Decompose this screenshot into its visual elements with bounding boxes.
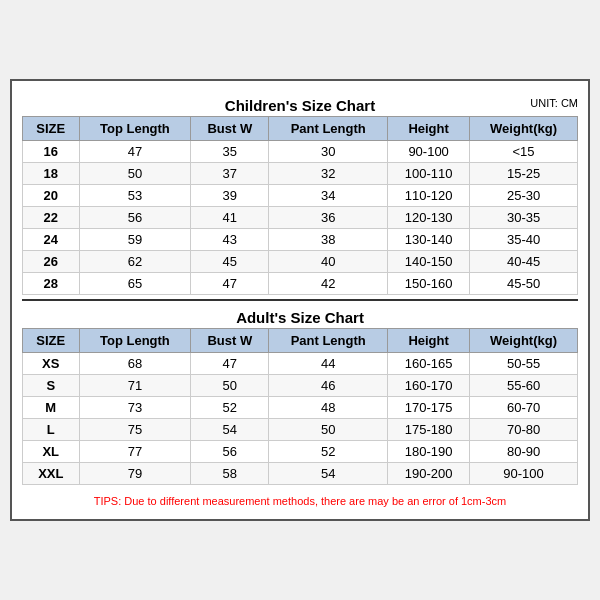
table-cell: 43 [191,229,269,251]
table-cell: 68 [79,353,191,375]
table-cell: 90-100 [470,463,578,485]
adult-size-table: SIZE Top Length Bust W Pant Length Heigh… [22,328,578,485]
table-cell: 140-150 [388,251,470,273]
table-cell: 37 [191,163,269,185]
table-cell: 90-100 [388,141,470,163]
col-header-bust-w: Bust W [191,117,269,141]
table-cell: 53 [79,185,191,207]
table-cell: 50 [269,419,388,441]
table-cell: 58 [191,463,269,485]
table-cell: 110-120 [388,185,470,207]
table-row: 22564136120-13030-35 [23,207,578,229]
adult-col-header-weight: Weight(kg) [470,329,578,353]
table-row: 20533934110-12025-30 [23,185,578,207]
table-row: 28654742150-16045-50 [23,273,578,295]
table-cell: 70-80 [470,419,578,441]
table-cell: 47 [191,273,269,295]
table-cell: <15 [470,141,578,163]
table-cell: 160-165 [388,353,470,375]
table-cell: 48 [269,397,388,419]
table-cell: 47 [191,353,269,375]
adult-col-header-size: SIZE [23,329,80,353]
table-cell: M [23,397,80,419]
table-cell: 32 [269,163,388,185]
table-cell: 35-40 [470,229,578,251]
table-cell: 190-200 [388,463,470,485]
table-cell: 22 [23,207,80,229]
table-cell: 56 [191,441,269,463]
table-row: L755450175-18070-80 [23,419,578,441]
unit-label: UNIT: CM [530,97,578,109]
table-cell: 50 [79,163,191,185]
table-cell: 39 [191,185,269,207]
table-cell: 56 [79,207,191,229]
table-cell: 35 [191,141,269,163]
children-section-title: Children's Size Chart UNIT: CM [22,91,578,116]
table-cell: 180-190 [388,441,470,463]
table-cell: 18 [23,163,80,185]
table-cell: XXL [23,463,80,485]
table-cell: 65 [79,273,191,295]
table-cell: 45 [191,251,269,273]
table-cell: 15-25 [470,163,578,185]
table-cell: 52 [269,441,388,463]
table-cell: L [23,419,80,441]
table-cell: 44 [269,353,388,375]
table-cell: 45-50 [470,273,578,295]
table-cell: 34 [269,185,388,207]
col-header-height: Height [388,117,470,141]
adult-col-header-height: Height [388,329,470,353]
table-cell: 28 [23,273,80,295]
table-cell: 52 [191,397,269,419]
table-cell: 55-60 [470,375,578,397]
table-cell: 47 [79,141,191,163]
adult-table-body: XS684744160-16550-55S715046160-17055-60M… [23,353,578,485]
table-cell: 160-170 [388,375,470,397]
table-row: 18503732100-11015-25 [23,163,578,185]
table-cell: 170-175 [388,397,470,419]
tips-text: TIPS: Due to different measurement metho… [22,489,578,509]
table-cell: 50 [191,375,269,397]
table-cell: 42 [269,273,388,295]
children-header-row: SIZE Top Length Bust W Pant Length Heigh… [23,117,578,141]
table-cell: 38 [269,229,388,251]
table-cell: 59 [79,229,191,251]
table-cell: 54 [191,419,269,441]
adult-col-header-bust-w: Bust W [191,329,269,353]
adult-col-header-top-length: Top Length [79,329,191,353]
table-cell: 20 [23,185,80,207]
table-row: 24594338130-14035-40 [23,229,578,251]
table-cell: 71 [79,375,191,397]
table-cell: 73 [79,397,191,419]
table-cell: 77 [79,441,191,463]
table-cell: 130-140 [388,229,470,251]
table-cell: 150-160 [388,273,470,295]
table-cell: 60-70 [470,397,578,419]
col-header-pant-length: Pant Length [269,117,388,141]
table-cell: 40 [269,251,388,273]
children-table-body: 1647353090-100<1518503732100-11015-25205… [23,141,578,295]
table-cell: 41 [191,207,269,229]
table-cell: 50-55 [470,353,578,375]
col-header-top-length: Top Length [79,117,191,141]
table-cell: 36 [269,207,388,229]
adult-section-title: Adult's Size Chart [22,299,578,328]
adult-col-header-pant-length: Pant Length [269,329,388,353]
table-cell: 25-30 [470,185,578,207]
table-cell: 79 [79,463,191,485]
size-chart-container: Children's Size Chart UNIT: CM SIZE Top … [10,79,590,521]
children-size-table: SIZE Top Length Bust W Pant Length Heigh… [22,116,578,295]
table-cell: 46 [269,375,388,397]
table-row: XXL795854190-20090-100 [23,463,578,485]
table-cell: 80-90 [470,441,578,463]
table-cell: 100-110 [388,163,470,185]
table-cell: 120-130 [388,207,470,229]
table-cell: S [23,375,80,397]
table-cell: XS [23,353,80,375]
table-row: XS684744160-16550-55 [23,353,578,375]
table-cell: 30 [269,141,388,163]
table-row: 1647353090-100<15 [23,141,578,163]
table-cell: 26 [23,251,80,273]
table-row: XL775652180-19080-90 [23,441,578,463]
table-cell: 30-35 [470,207,578,229]
